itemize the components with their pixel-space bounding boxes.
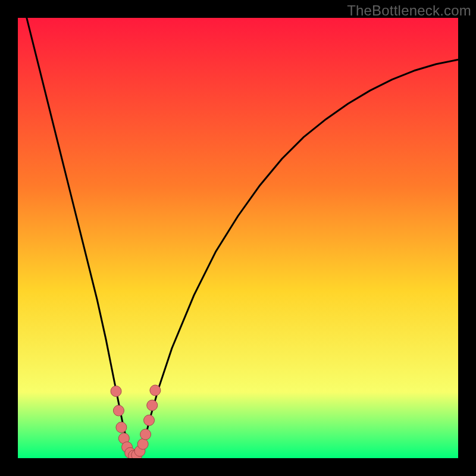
curve-marker — [111, 386, 121, 397]
chart-frame: TheBottleneck.com — [0, 0, 476, 476]
curve-marker — [116, 422, 127, 433]
curve-marker — [140, 429, 151, 440]
curve-marker — [147, 400, 158, 411]
curve-marker — [144, 415, 155, 425]
curve-marker — [137, 439, 148, 449]
curve-marker — [150, 385, 161, 396]
curve-marker — [113, 405, 124, 416]
gradient-background — [18, 18, 458, 458]
chart-svg — [18, 18, 458, 458]
watermark-text: TheBottleneck.com — [347, 2, 471, 19]
chart-plot-area — [18, 18, 458, 458]
